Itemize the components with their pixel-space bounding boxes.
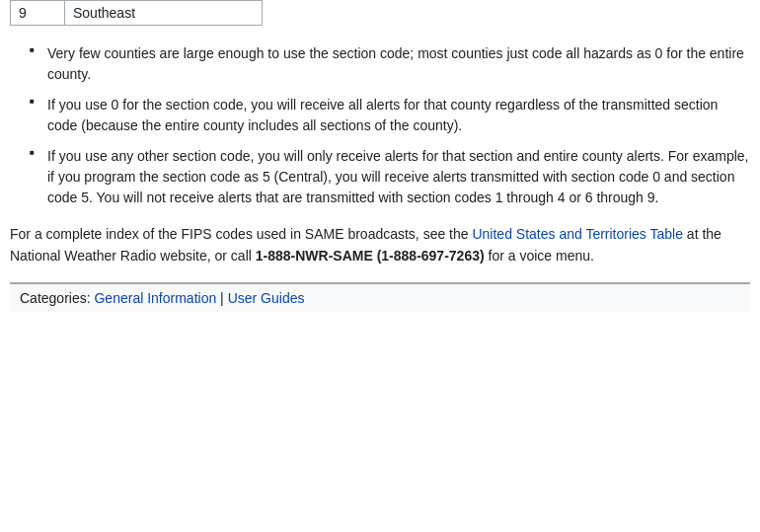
list-item: If you use any other section code, you w… <box>30 146 750 208</box>
page-wrapper: 9 Southeast Very few counties are large … <box>0 0 760 322</box>
table-row: 9 Southeast <box>11 1 263 26</box>
categories-label: Categories <box>20 290 87 306</box>
categories-separator1: : <box>87 290 91 306</box>
user-guides-link[interactable]: User Guides <box>228 290 305 306</box>
fips-paragraph: For a complete index of the FIPS codes u… <box>10 224 750 266</box>
bullet-text-3: If you use any other section code, you w… <box>47 148 748 205</box>
table-cell-number: 9 <box>11 1 65 26</box>
fips-phone: 1-888-NWR-SAME (1-888-697-7263) <box>256 248 485 264</box>
general-information-link[interactable]: General Information <box>94 290 216 306</box>
fips-suffix: for a voice menu. <box>485 248 594 264</box>
table-cell-region: Southeast <box>65 1 263 26</box>
categories-bar: Categories: General Information | User G… <box>10 283 750 312</box>
list-item: Very few counties are large enough to us… <box>30 43 750 85</box>
categories-separator2: | <box>220 290 228 306</box>
section-code-table: 9 Southeast <box>10 0 263 26</box>
fips-prefix: For a complete index of the FIPS codes u… <box>10 226 472 242</box>
bullet-text-2: If you use 0 for the section code, you w… <box>47 97 718 133</box>
list-item: If you use 0 for the section code, you w… <box>30 95 750 136</box>
bullet-text-1: Very few counties are large enough to us… <box>47 45 744 82</box>
bullet-list: Very few counties are large enough to us… <box>30 43 750 208</box>
states-territories-link[interactable]: United States and Territories Table <box>472 226 683 242</box>
